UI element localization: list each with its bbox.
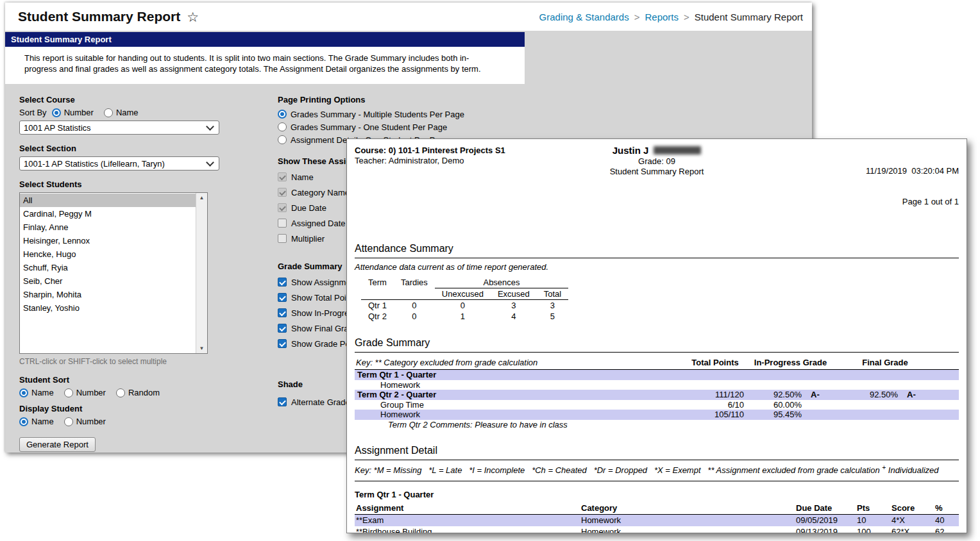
multi-select-hint: CTRL-click or SHIFT-click to select mult… xyxy=(19,357,237,366)
assignment-score: 62*X xyxy=(884,526,929,533)
table-row: Term Qtr 2 - Quarter 111/120 92.50% A- 9… xyxy=(355,390,959,400)
col-score: Score xyxy=(884,503,929,513)
assignment-table-header: Assignment Category Due Date Pts Score % xyxy=(355,503,959,515)
checkbox-checked-disabled-icon xyxy=(278,203,287,212)
grade-summary-table-header: Key: ** Category excluded from grade cal… xyxy=(355,358,959,370)
sortby-name-radio[interactable]: Name xyxy=(104,108,139,117)
radio-icon xyxy=(116,388,125,397)
print-option-multiple-students[interactable]: Grades Summary - Multiple Students Per P… xyxy=(278,108,489,121)
list-item[interactable]: Finlay, Anne xyxy=(20,221,196,234)
checkbox-checked-icon xyxy=(278,308,287,317)
print-option-one-student[interactable]: Grades Summary - One Student Per Page xyxy=(278,121,489,133)
table-row: **Exam Homework 09/05/2019 10 4*X 40 xyxy=(355,515,959,526)
list-item[interactable]: Heisinger, Lennox xyxy=(20,234,196,247)
table-row: Term Qtr 1 - Quarter xyxy=(355,370,959,380)
attendance-term: Qtr 2 xyxy=(361,311,394,322)
list-item[interactable]: Stanley, Yoshio xyxy=(20,301,196,315)
radio-icon xyxy=(64,417,73,426)
studentsort-random-radio[interactable]: Random xyxy=(116,388,160,397)
scroll-up-icon[interactable]: ▲ xyxy=(199,193,205,203)
assignment-term-label: Term Qtr 1 - Quarter xyxy=(355,490,959,499)
assignment-name: **Birdhouse Building xyxy=(355,526,579,533)
studentsort-name-radio[interactable]: Name xyxy=(19,388,54,397)
checkbox-label: Name xyxy=(291,172,314,182)
assignment-category: Homework xyxy=(579,526,791,533)
attendance-col-tardies: Tardies xyxy=(394,277,435,300)
title-wrap: Student Summary Report ☆ xyxy=(18,9,199,24)
table-row: Homework xyxy=(355,380,959,390)
checkbox-checked-disabled-icon xyxy=(278,172,287,181)
list-item[interactable]: Schuff, Ryia xyxy=(20,261,196,274)
grade-row-ip-pct: 95.45% xyxy=(744,410,802,420)
grade-row-ip-grade: A- xyxy=(802,390,837,400)
assignment-category: Homework xyxy=(579,515,791,526)
favorite-star-icon[interactable]: ☆ xyxy=(187,10,199,24)
checkbox-checked-icon xyxy=(278,339,287,348)
section-select-value: 1001-1 AP Statistics (Lifellearn, Taryn) xyxy=(24,159,165,169)
list-item[interactable]: Hencke, Hugo xyxy=(20,247,196,261)
scroll-down-icon[interactable]: ▼ xyxy=(199,344,205,353)
students-listbox[interactable]: All Cardinal, Peggy M Finlay, Anne Heisi… xyxy=(19,192,208,354)
radio-label: Number xyxy=(76,388,106,397)
checkbox-label: Category Name xyxy=(291,188,350,197)
radio-icon xyxy=(278,135,287,144)
studentsort-number-radio[interactable]: Number xyxy=(64,388,106,397)
sort-by-label: Sort By xyxy=(19,108,47,117)
listbox-scrollbar[interactable]: ▲ ▼ xyxy=(196,193,207,353)
student-sort-row: Name Number Random xyxy=(19,388,237,397)
chevron-down-icon xyxy=(206,158,214,167)
radio-label: Grades Summary - One Student Per Page xyxy=(291,122,447,132)
checkbox-checked-icon xyxy=(278,293,287,302)
sortby-number-radio[interactable]: Number xyxy=(52,108,94,117)
col-pts: Pts xyxy=(852,503,884,513)
grade-row-name: Homework xyxy=(355,410,686,420)
report-title-line: Student Summary Report xyxy=(610,167,704,177)
attendance-col-excused: Excused xyxy=(491,288,537,300)
radio-label: Random xyxy=(128,388,160,397)
breadcrumb-reports[interactable]: Reports xyxy=(645,12,679,22)
checkbox-checked-disabled-icon xyxy=(278,188,287,197)
assignment-due-date: 09/05/2019 xyxy=(791,515,852,526)
report-options-left-column: Select Course Sort By Number Name 1001 A… xyxy=(19,95,237,452)
radio-icon xyxy=(64,388,73,397)
display-name-radio[interactable]: Name xyxy=(19,417,54,426)
col-assignment: Assignment xyxy=(355,503,579,513)
assignment-detail-key: Key: *M = Missing *L = Late *I = Incompl… xyxy=(355,464,959,481)
display-student-heading: Display Student xyxy=(19,404,237,413)
attendance-col-absences: Absences xyxy=(435,277,568,288)
assignment-name: **Exam xyxy=(355,515,579,526)
list-item-all[interactable]: All xyxy=(20,194,196,207)
radio-selected-icon xyxy=(278,110,287,119)
chevron-down-icon xyxy=(206,122,214,131)
grade-row-name: Term Qtr 1 - Quarter xyxy=(355,370,686,380)
checkbox-checked-icon xyxy=(278,397,287,406)
grade-term-comments: Term Qtr 2 Comments: Pleasure to have in… xyxy=(355,420,959,430)
generate-report-button[interactable]: Generate Report xyxy=(19,437,96,452)
breadcrumb: Grading & Standards > Reports > Student … xyxy=(539,12,803,22)
course-select[interactable]: 1001 AP Statistics xyxy=(19,121,219,135)
display-number-radio[interactable]: Number xyxy=(64,417,106,426)
display-student-row: Name Number xyxy=(19,417,237,426)
grade-row-total: 105/110 xyxy=(686,410,744,420)
breadcrumb-separator-icon: > xyxy=(634,12,640,22)
attendance-excused: 3 xyxy=(491,300,537,312)
assignment-pts: 100 xyxy=(852,526,884,533)
grade-row-fin-grade: A- xyxy=(898,390,933,400)
attendance-unexcused: 1 xyxy=(435,311,491,322)
attendance-tardies: 0 xyxy=(394,300,435,312)
grade-row-total: 6/10 xyxy=(686,400,744,410)
col-in-progress-grade: In-Progress Grade xyxy=(744,358,837,367)
tool-banner-title: Student Summary Report xyxy=(5,32,525,47)
report-grade-line: Grade: 09 xyxy=(610,156,704,167)
radio-label: Number xyxy=(64,108,94,117)
list-item[interactable]: Seib, Cher xyxy=(20,274,196,288)
report-header-right: 11/19/2019 03:20:04 PM Page 1 out of 1 xyxy=(866,146,959,228)
section-select[interactable]: 1001-1 AP Statistics (Lifellearn, Taryn) xyxy=(19,156,219,171)
redacted-last-name xyxy=(654,146,701,154)
breadcrumb-grading-standards[interactable]: Grading & Standards xyxy=(539,12,629,22)
col-category: Category xyxy=(579,503,791,513)
list-item[interactable]: Cardinal, Peggy M xyxy=(20,207,196,221)
list-item[interactable]: Sharpin, Mohita xyxy=(20,288,196,301)
tool-description: This report is suitable for handing out … xyxy=(5,47,525,84)
key-individualized: Individualized xyxy=(886,465,938,475)
